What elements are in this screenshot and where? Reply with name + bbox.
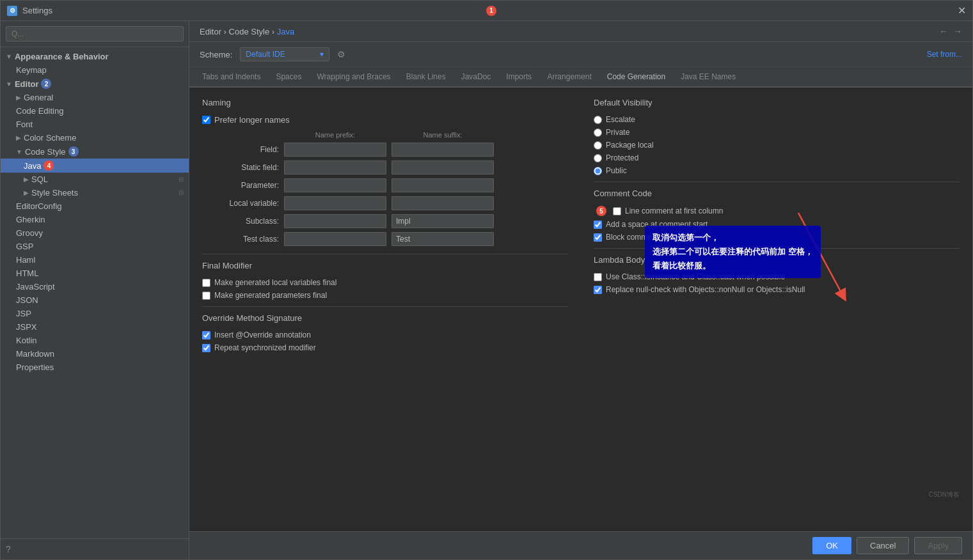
divider-2 xyxy=(202,306,568,307)
back-arrow[interactable]: ← xyxy=(939,26,948,36)
sidebar-item-sql[interactable]: ▶ SQL ⊟ xyxy=(1,173,189,186)
line-comment-first-row: 5 Line comment at first column xyxy=(594,206,960,216)
arrow-sql: ▶ xyxy=(24,176,29,183)
scheme-bar: Scheme: Default IDE ▾ ⚙ Set from... xyxy=(189,42,972,67)
sidebar-item-json[interactable]: JSON xyxy=(1,293,189,307)
local-var-suffix-input[interactable] xyxy=(392,196,494,210)
help-button[interactable]: ? xyxy=(6,544,11,554)
right-column: Default Visibility Escalate Private Pack… xyxy=(594,98,960,356)
chevron-down-icon: ▾ xyxy=(320,50,324,59)
sidebar-item-jsp[interactable]: JSP xyxy=(1,307,189,320)
radio-private-input[interactable] xyxy=(594,128,602,137)
content-area: Naming Prefer longer names Name prefix: … xyxy=(189,88,972,531)
field-prefix-input[interactable] xyxy=(284,143,386,157)
local-var-prefix-input[interactable] xyxy=(284,196,386,210)
right-panel: Editor › Code Style › Java ← → Scheme: D… xyxy=(189,21,972,559)
sidebar-item-color-scheme[interactable]: ▶ Color Scheme xyxy=(1,131,189,144)
sidebar-item-gsp[interactable]: GSP xyxy=(1,240,189,253)
breadcrumb: Editor › Code Style › Java xyxy=(200,27,294,36)
annotation-line1: 取消勾选第一个， xyxy=(653,233,719,242)
static-field-suffix-input[interactable] xyxy=(392,160,494,175)
sidebar-item-style-sheets[interactable]: ▶ Style Sheets ⊟ xyxy=(1,186,189,199)
test-class-suffix-input[interactable] xyxy=(392,232,494,246)
replace-null-check-checkbox[interactable] xyxy=(594,286,602,294)
field-suffix-input[interactable] xyxy=(392,143,494,157)
replace-null-check-row: Replace null-check with Objects::nonNull… xyxy=(594,285,960,294)
sidebar-item-font[interactable]: Font xyxy=(1,118,189,131)
sidebar-item-code-style[interactable]: ▼ Code Style 3 xyxy=(1,144,189,159)
sidebar-item-jspx[interactable]: JSPX xyxy=(1,320,189,334)
insert-override-checkbox[interactable] xyxy=(202,331,210,339)
override-method-title: Override Method Signature xyxy=(202,313,568,323)
annotation-line3: 看着比较舒服。 xyxy=(653,261,711,270)
parameter-prefix-input[interactable] xyxy=(284,178,386,192)
ok-button[interactable]: OK xyxy=(812,537,851,554)
tab-javadoc[interactable]: JavaDoc xyxy=(454,67,499,88)
tab-tabs-indents[interactable]: Tabs and Indents xyxy=(194,67,268,88)
radio-public-label: Public xyxy=(606,166,627,175)
sidebar-item-gherkin[interactable]: Gherkin xyxy=(1,213,189,226)
radio-escalate: Escalate xyxy=(594,115,960,124)
scheme-dropdown[interactable]: Default IDE ▾ xyxy=(240,47,329,61)
radio-private-label: Private xyxy=(606,128,629,137)
radio-public-input[interactable] xyxy=(594,167,602,175)
tab-spaces[interactable]: Spaces xyxy=(268,67,309,88)
make-params-final-checkbox[interactable] xyxy=(202,292,210,300)
sidebar-item-properties[interactable]: Properties xyxy=(1,361,189,374)
naming-grid: Name prefix: Name suffix: Field: Static … xyxy=(202,131,568,246)
main-content: ▼ Appearance & Behavior Keymap ▼ Editor … xyxy=(1,21,972,559)
gear-icon[interactable]: ⚙ xyxy=(337,49,345,59)
tab-blank-lines[interactable]: Blank Lines xyxy=(399,67,454,88)
tab-wrapping-braces[interactable]: Wrapping and Braces xyxy=(309,67,398,88)
block-comment-first-checkbox[interactable] xyxy=(594,233,602,242)
sidebar-item-general[interactable]: ▶ General xyxy=(1,91,189,104)
sidebar-item-keymap[interactable]: Keymap xyxy=(1,63,189,77)
radio-package-local-input[interactable] xyxy=(594,141,602,150)
make-local-final-label: Make generated local variables final xyxy=(214,278,336,287)
prefer-longer-names-checkbox[interactable] xyxy=(202,116,210,124)
apply-button[interactable]: Apply xyxy=(914,537,962,554)
radio-protected-input[interactable] xyxy=(594,154,602,162)
parameter-suffix-input[interactable] xyxy=(392,178,494,192)
sidebar-item-javascript[interactable]: JavaScript xyxy=(1,280,189,293)
repeat-synchronized-checkbox[interactable] xyxy=(202,344,210,352)
prefer-longer-names-row: Prefer longer names xyxy=(202,115,568,125)
sidebar-item-editorconfig[interactable]: EditorConfig xyxy=(1,199,189,213)
subclass-suffix-input[interactable] xyxy=(392,214,494,228)
make-local-final-checkbox[interactable] xyxy=(202,279,210,287)
radio-public: Public xyxy=(594,166,960,175)
tab-imports[interactable]: Imports xyxy=(498,67,539,88)
add-space-checkbox[interactable] xyxy=(594,221,602,229)
static-field-label: Static field: xyxy=(202,163,279,172)
repeat-synchronized-row: Repeat synchronized modifier xyxy=(202,343,568,352)
cancel-button[interactable]: Cancel xyxy=(857,537,909,554)
search-input[interactable] xyxy=(6,26,184,42)
sidebar-item-appearance[interactable]: ▼ Appearance & Behavior xyxy=(1,50,189,63)
sidebar-item-groovy[interactable]: Groovy xyxy=(1,226,189,240)
forward-arrow[interactable]: → xyxy=(953,26,962,36)
tab-arrangement[interactable]: Arrangement xyxy=(539,67,599,88)
name-prefix-header: Name prefix: xyxy=(284,131,386,139)
divider-3 xyxy=(594,182,960,182)
tab-code-generation[interactable]: Code Generation xyxy=(599,67,673,88)
set-from-link[interactable]: Set from... xyxy=(927,50,962,59)
expand-arrow-editor: ▼ xyxy=(6,81,12,88)
use-class-isinstance-checkbox[interactable] xyxy=(594,273,602,281)
sidebar-item-html[interactable]: HTML xyxy=(1,267,189,280)
sidebar-item-haml[interactable]: Haml xyxy=(1,253,189,267)
sidebar-item-kotlin[interactable]: Kotlin xyxy=(1,334,189,347)
subclass-prefix-input[interactable] xyxy=(284,214,386,228)
sidebar-item-code-editing[interactable]: Code Editing xyxy=(1,104,189,118)
close-icon[interactable]: ✕ xyxy=(958,4,966,17)
sidebar-item-markdown[interactable]: Markdown xyxy=(1,347,189,361)
tab-java-ee-names[interactable]: Java EE Names xyxy=(673,67,743,88)
code-style-badge: 3 xyxy=(68,146,79,157)
make-params-final-label: Make generated parameters final xyxy=(214,291,327,300)
make-local-final-row: Make generated local variables final xyxy=(202,278,568,287)
sidebar-item-java[interactable]: Java 4 xyxy=(1,159,189,173)
sidebar-item-editor[interactable]: ▼ Editor 2 xyxy=(1,77,189,91)
line-comment-first-checkbox[interactable] xyxy=(613,207,621,215)
test-class-prefix-input[interactable] xyxy=(284,232,386,246)
radio-escalate-input[interactable] xyxy=(594,116,602,124)
static-field-prefix-input[interactable] xyxy=(284,160,386,175)
